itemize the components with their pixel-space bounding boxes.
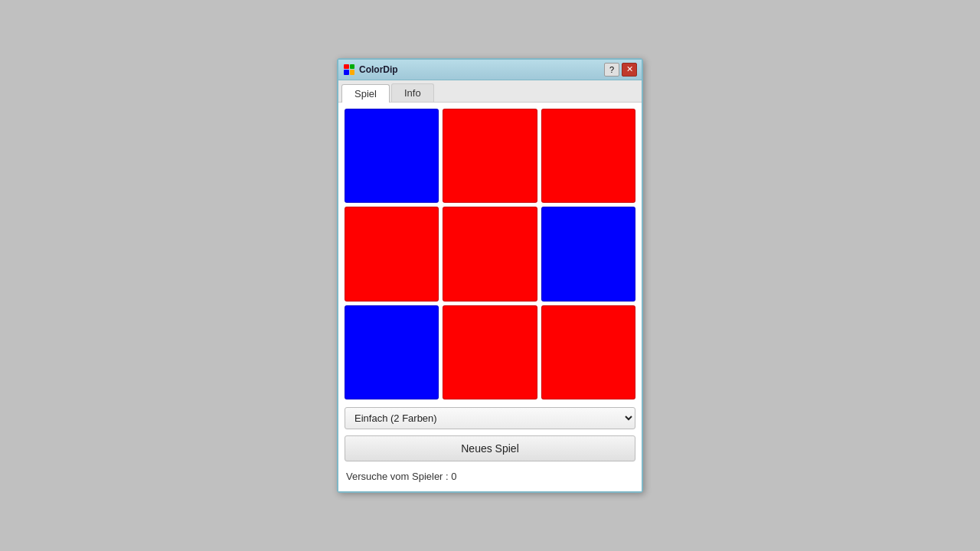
help-button[interactable]: ?	[604, 63, 619, 77]
new-game-button[interactable]: Neues Spiel	[345, 435, 635, 461]
tab-spiel[interactable]: Spiel	[341, 84, 390, 103]
title-bar: ColorDip ? ✕	[338, 60, 642, 80]
title-bar-buttons: ? ✕	[604, 63, 637, 77]
cell-2-2[interactable]	[541, 305, 635, 399]
cell-0-1[interactable]	[443, 109, 537, 203]
status-bar: Versuche vom Spieler : 0	[345, 468, 635, 485]
title-bar-left: ColorDip	[343, 64, 398, 76]
content-area: Einfach (2 Farben) Mittel (3 Farben) Sch…	[338, 103, 642, 491]
cell-0-2[interactable]	[541, 109, 635, 203]
close-button[interactable]: ✕	[622, 63, 637, 77]
tab-info[interactable]: Info	[391, 83, 434, 102]
difficulty-dropdown[interactable]: Einfach (2 Farben) Mittel (3 Farben) Sch…	[345, 407, 635, 429]
color-grid	[345, 109, 635, 399]
app-icon	[343, 64, 355, 76]
cell-0-0[interactable]	[345, 109, 439, 203]
window-title: ColorDip	[359, 64, 398, 75]
tab-bar: Spiel Info	[338, 80, 642, 103]
cell-2-0[interactable]	[345, 305, 439, 399]
cell-2-1[interactable]	[443, 305, 537, 399]
cell-1-2[interactable]	[541, 207, 635, 301]
difficulty-dropdown-row: Einfach (2 Farben) Mittel (3 Farben) Sch…	[345, 407, 635, 429]
app-window: ColorDip ? ✕ Spiel Info	[337, 58, 643, 493]
cell-1-1[interactable]	[443, 207, 537, 301]
cell-1-0[interactable]	[345, 207, 439, 301]
